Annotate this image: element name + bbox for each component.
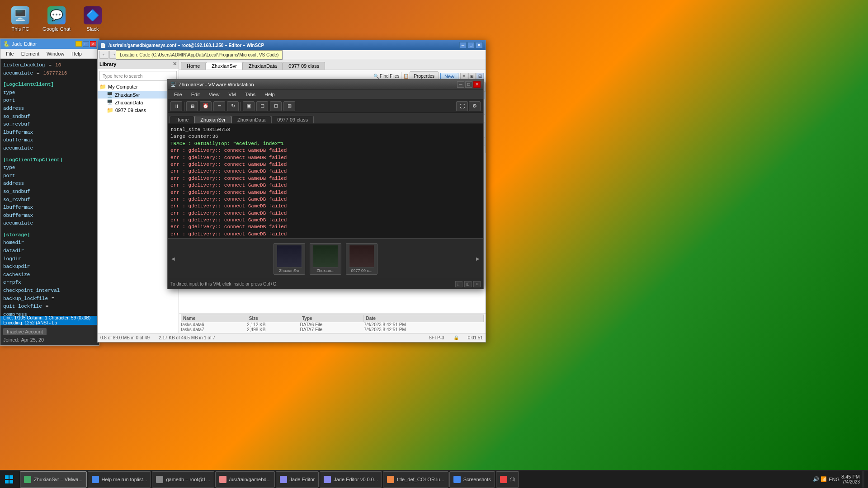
taskbar-icon-browser [92,476,99,483]
console-line: err : gdelivery:: connect GameDB failed [170,168,481,175]
taskbar-item-gamedb[interactable]: gamedb – root@1... [152,471,214,488]
vmware-maximize-btn[interactable]: □ [465,81,472,88]
console-line: err : gdelivery:: connect GameDB failed [170,203,481,210]
vmware-menu-file[interactable]: File [170,91,187,98]
jade-menu-window[interactable]: Window [43,50,68,57]
winscp-status-sftp: SFTP-3 [429,335,444,340]
winscp-close-btn[interactable]: ✕ [476,42,483,48]
winscp-file-stats: 0.8 of 89.0 MB in 0 of 49 [100,335,150,340]
winscp-titlebar: 📄 /usr/rain/gamedb/gamesys.conf – root@1… [98,40,486,50]
taskbar-item-vmware[interactable]: ZhuxianSvr – VMwa... [20,471,87,488]
vmware-play-btn[interactable]: ⏸ [170,101,182,111]
vmware-menu-edit[interactable]: Edit [187,91,204,98]
winscp-tab-zhuxiansvr[interactable]: ZhuxianSvr [206,62,243,70]
vmware-settings-btn[interactable]: ⚙ [469,101,481,111]
jade-editor-menubar: File Element Window Help [0,49,99,59]
winscp-bottom-section: Name Size Type Date tasks.data62,112 KBD… [179,313,486,333]
vmware-thumb-2[interactable]: Zhuxian... [310,243,341,275]
taskbar-item-screenshots[interactable]: Screenshots [449,471,495,488]
winscp-toolbar-btn-1[interactable]: ← [99,51,108,59]
jade-close-btn[interactable]: ✕ [90,41,96,47]
winscp-tab-0977[interactable]: 0977 09 class [283,62,325,70]
bottom-file-row[interactable]: tasks.data72,498 KBDATA7 File7/4/2023 8:… [181,327,484,332]
taskbar-icon-jade2 [324,476,331,483]
vmware-screen-btn-4[interactable]: ↻ [227,101,239,111]
taskbar-item-xian[interactable]: 仙 [496,471,519,488]
taskbar-item-browser[interactable]: Help me run toplist... [88,471,151,488]
vmware-tab-0977[interactable]: 0977 09 class [271,116,314,123]
taskbar-item-winscp[interactable]: /usr/rain/gamebd... [215,471,275,488]
desktop-icon-this-pc-label: This PC [11,26,29,32]
jade-minimize-btn[interactable]: ─ [75,41,82,47]
vmware-screen-btn-3[interactable]: ━ [213,101,225,111]
vmware-toolbar: ⏸ 🖥 ⏰ ━ ↻ ▣ ⊟ ⊞ ⊠ ⛶ ⚙ [168,99,483,113]
svg-rect-3 [9,480,13,483]
taskbar-tray-icons: 🔊 📶 [813,476,827,482]
taskbar-show-desktop-btn[interactable] [862,471,864,488]
desktop-icon-this-pc[interactable]: 🖥️ This PC [5,5,36,33]
svg-rect-0 [5,475,9,479]
vmware-scroll-left[interactable]: ◀ [171,256,175,261]
taskbar-start-btn[interactable] [0,470,18,488]
desktop-icon-slack-label: Slack [87,26,99,32]
vmware-close-btn[interactable]: ✕ [473,81,481,88]
taskbar-icon-title [387,476,394,483]
tree-item-zhuxiandata[interactable]: 🖥️ ZhuxianData [98,99,179,106]
bottom-file-row[interactable]: tasks.data62,112 KBDATA6 File7/4/2023 8:… [181,322,484,328]
vmware-menu-view[interactable]: View [204,91,224,98]
winscp-tab-zhuxiandata[interactable]: ZhuxianData [243,62,283,70]
tree-item-zhuxiansvr[interactable]: 🖥️ ZhuxianSvr [98,91,179,99]
jade-menu-file[interactable]: File [2,50,18,57]
vmware-menu-help[interactable]: Help [260,91,279,98]
winscp-properties-icon: 📋 [403,74,409,79]
vmware-tab-zhuxiansvr[interactable]: ZhuxianSvr [194,116,231,123]
vmware-menubar: File Edit View VM Tabs Help [168,89,483,99]
desktop-icon-google-chat[interactable]: 💬 Google Chat [41,5,72,33]
vmware-status-btn-1[interactable]: ⬚ [455,281,462,287]
vmware-title: ZhuxianSvr - VMware Workstation [179,82,254,87]
taskbar-item-jade[interactable]: Jade Editor [276,471,319,488]
vmware-view-btn-4[interactable]: ⊠ [283,101,295,111]
tree-item-0977-09-class[interactable]: 📁 0977 09 class [98,106,179,114]
taskbar-item-jade2[interactable]: Jade Editor v0.0.0... [320,471,382,488]
vmware-view-btn-2[interactable]: ⊟ [256,101,268,111]
svg-rect-1 [9,475,13,479]
vmware-view-btn-1[interactable]: ▣ [243,101,255,111]
console-line: err : gdelivery:: connect GameDB failed [170,210,481,217]
vmware-console-content[interactable]: total_size 193150758large counter:36TRAC… [168,124,483,238]
winscp-library-close[interactable]: ✕ [173,61,177,67]
vmware-menu-vm[interactable]: VM [224,91,241,98]
vmware-status-btn-2[interactable]: ◫ [464,281,472,287]
taskbar-item-title[interactable]: title_def_COLOR.lu... [383,471,448,488]
vmware-minimize-btn[interactable]: ─ [457,81,464,88]
winscp-maximize-btn[interactable]: □ [467,42,475,48]
bottom-col-name: Name [181,315,247,322]
taskbar-icon-screenshots [453,476,461,483]
vmware-tab-zhuxiandata[interactable]: ZhuxianData [231,116,271,123]
vmware-fullscreen-btn[interactable]: ⛶ [456,101,468,111]
vmware-menu-tabs[interactable]: Tabs [241,91,260,98]
windows-logo-icon [5,475,14,484]
vmware-thumb-3[interactable]: 0977 09 c... [346,243,377,275]
tree-item-my-computer[interactable]: 📁 My Computer [98,83,179,91]
jade-maximize-btn[interactable]: □ [83,41,89,47]
vmware-scroll-right[interactable]: ▶ [476,256,480,261]
vmware-thumb-1[interactable]: ZhuxianSvr [274,243,305,275]
taskbar-icon-winscp [219,476,226,483]
taskbar: ZhuxianSvr – VMwa... Help me run toplist… [0,470,868,488]
winscp-minimize-btn[interactable]: ─ [459,42,467,48]
jade-menu-element[interactable]: Element [18,50,43,57]
jade-menu-help[interactable]: Help [68,50,85,57]
winscp-tab-home[interactable]: Home [181,62,206,70]
vmware-status-btn-3[interactable]: ⊕ [473,281,481,287]
vmware-tab-home[interactable]: Home [170,116,194,123]
vmware-view-btn-3[interactable]: ⊞ [270,101,282,111]
svg-rect-2 [5,480,9,483]
desktop-icon-slack[interactable]: 🔷 Slack [77,5,108,33]
console-line: err : gdelivery:: connect GameDB failed [170,161,481,168]
vmware-screen-btn-1[interactable]: 🖥 [186,101,198,111]
winscp-search-input[interactable] [99,71,177,81]
winscp-lock-icon: 🔒 [453,335,459,340]
vmware-screen-btn-2[interactable]: ⏰ [200,101,212,111]
console-line: err : gdelivery:: connect GameDB failed [170,196,481,203]
